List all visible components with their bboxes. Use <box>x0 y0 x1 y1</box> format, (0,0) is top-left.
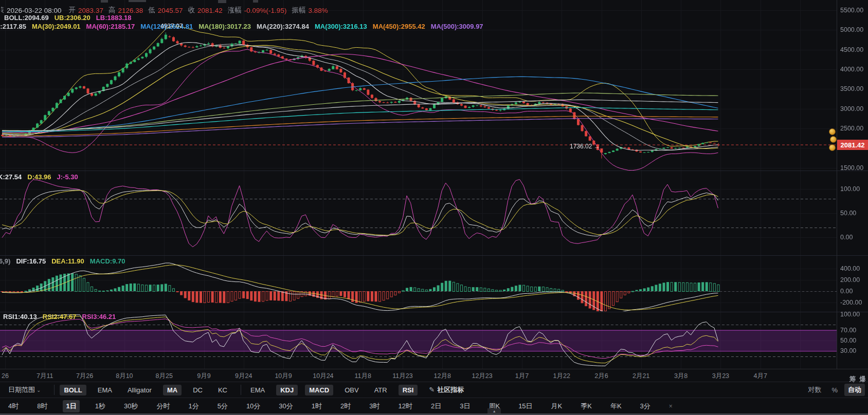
boll-value: LB:1883.18 <box>96 14 132 22</box>
indicator-button[interactable]: ATR <box>370 385 391 395</box>
ma-value: MA(450):2955.42 <box>373 23 425 30</box>
date-tick: 9月24 <box>235 371 252 380</box>
timeframe-bar: 4时8时1日1秒30秒分时1分5分10分30分1时2时3时12时2日3日周K15… <box>0 398 868 414</box>
chips-button[interactable]: 筹 <box>849 375 856 384</box>
axis-label: 4000.00 <box>840 66 863 73</box>
timeframe-button[interactable]: 分时 <box>153 400 173 412</box>
indicator-button[interactable]: RSI <box>399 385 418 395</box>
timeframe-button[interactable]: 4时 <box>5 400 22 412</box>
axis-label: 400.00 <box>840 265 860 272</box>
timeframe-button[interactable]: 30秒 <box>121 400 141 412</box>
ma-value: MA(500):3009.97 <box>431 23 483 30</box>
date-tick: 7月11 <box>37 371 53 380</box>
ma-value: MA(60):2185.17 <box>86 23 135 30</box>
scale-button[interactable]: % <box>828 385 841 395</box>
date-tick: 8月25 <box>156 371 173 380</box>
macd-readout: 6,9)DIF:16.75DEA:11.90MACD:9.70 <box>0 257 125 265</box>
coin-marker-icon[interactable] <box>829 128 836 135</box>
date-tick: 9月9 <box>197 371 210 380</box>
date-range-button[interactable]: 日期范围⌄ <box>8 384 45 396</box>
boll-value: BOLL:2094.69 <box>4 14 49 22</box>
coin-marker-icon[interactable] <box>830 136 837 143</box>
overlay-button[interactable]: MA <box>163 385 182 395</box>
timeframe-button[interactable]: 1秒 <box>92 400 109 412</box>
date-tick: 4月7 <box>753 371 767 380</box>
timeframe-button[interactable]: 月K <box>548 400 566 412</box>
timeframe-button[interactable]: 5分 <box>214 400 231 412</box>
cropped-toolbar-fragment <box>253 0 258 3</box>
timeframe-button[interactable]: 12时 <box>395 400 415 412</box>
macd-value: DEA:11.90 <box>51 257 84 265</box>
kdj-readout: K:27.54D:43.96J:-5.30 <box>0 173 78 181</box>
open-value: 2083.37 <box>78 7 103 14</box>
date-tick: 12月8 <box>434 371 451 380</box>
timeframe-button[interactable]: 2时 <box>337 400 354 412</box>
change-value: -0.09%(-1.95) <box>244 7 287 14</box>
scale-button[interactable]: 自动 <box>844 384 865 396</box>
sub-indicator-group: EMAKDJMACDOBVATRRSI <box>246 385 425 395</box>
axis-label: -200.00 <box>840 299 862 306</box>
indicator-toolbar: 日期范围⌄ BOLLEMAAlligatorMADCKC EMAKDJMACDO… <box>0 382 868 398</box>
indicator-button[interactable]: EMA <box>246 385 269 395</box>
axis-label: 50.00 <box>840 210 856 217</box>
last-price-label: 2081.42 <box>837 140 868 150</box>
rsi-value: RSI1:40.13 <box>3 313 37 320</box>
rsi-readout: RSI1:40.13RSI2:47.67RSI3:46.21 <box>3 313 116 320</box>
indicator-button[interactable]: MACD <box>305 385 333 395</box>
timeframe-button[interactable]: 季K <box>577 400 595 412</box>
overlay-button[interactable]: BOLL <box>60 385 86 395</box>
timeframe-button[interactable]: 年K <box>607 400 625 412</box>
timeframe-button[interactable]: 1分 <box>185 400 202 412</box>
overlay-button[interactable]: Alligator <box>123 385 156 395</box>
timeframe-button[interactable]: 1日 <box>63 400 79 412</box>
axis-label: 0.00 <box>840 288 853 295</box>
date-tick: 1月7 <box>515 371 529 380</box>
axis-label: 2500.00 <box>840 125 863 132</box>
timeframe-button[interactable]: 3时 <box>366 400 383 412</box>
timeframe-button[interactable]: 3日 <box>457 400 473 412</box>
low-value: 2045.57 <box>158 7 183 14</box>
date-tick: 11月23 <box>392 371 412 380</box>
cropped-toolbar-fragment <box>218 0 226 3</box>
date-tick: 10月24 <box>313 371 333 380</box>
overlay-button[interactable]: KC <box>214 385 231 395</box>
axis-label: 4500.00 <box>840 46 863 53</box>
timeframe-button[interactable]: 3分 <box>637 400 654 412</box>
cropped-toolbar-fragment <box>129 0 146 2</box>
overlay-button[interactable]: EMA <box>94 385 116 395</box>
timeframe-button[interactable]: × <box>666 401 676 411</box>
timeframe-button[interactable]: 10分 <box>243 400 263 412</box>
toolbar-divider <box>241 385 241 395</box>
scale-button[interactable]: 对数 <box>804 384 825 396</box>
axis-label: 1500.00 <box>840 164 863 172</box>
date-tick: 3月8 <box>674 371 688 380</box>
change-label: 涨幅 <box>228 6 242 15</box>
ma-value: MA(180):3017.23 <box>198 23 251 30</box>
timeframe-button[interactable]: 2日 <box>428 400 444 412</box>
date-tick: 2月6 <box>594 371 608 380</box>
coin-marker-icon[interactable] <box>829 144 836 151</box>
timeframe-button[interactable]: 8时 <box>34 400 50 412</box>
amplitude-value: 3.88% <box>308 7 328 14</box>
indicator-button[interactable]: KDJ <box>276 385 298 395</box>
macd-value: MACD:9.70 <box>90 257 125 265</box>
macd-value: 6,9) <box>0 257 10 265</box>
boll-readout: BOLL:2094.69UB:2306.20LB:1883.18 <box>4 14 131 22</box>
timeframe-button[interactable]: 30分 <box>276 400 296 412</box>
indicator-button[interactable]: OBV <box>340 385 363 395</box>
date-tick: 11月8 <box>354 371 371 380</box>
timeframe-button[interactable]: 1时 <box>309 400 325 412</box>
overlay-button[interactable]: DC <box>189 385 207 395</box>
bar-datetime: 2026-03-22 08:00 <box>7 7 62 14</box>
trading-chart-app: 策 2026-03-22 08:00 开2083.37 高2126.38 低20… <box>0 0 868 415</box>
low-label: 低 <box>148 6 155 15</box>
liquidation-button[interactable]: 爆 <box>860 375 866 384</box>
ma-value: ):2117.85 <box>0 23 26 30</box>
chart-canvas[interactable] <box>0 0 868 369</box>
timeframe-button[interactable]: 15日 <box>515 400 535 412</box>
axis-label: 100.00 <box>840 311 860 318</box>
axis-label: 200.00 <box>840 276 860 284</box>
ma-value: MA(30):2049.01 <box>32 23 81 30</box>
boll-value: UB:2306.20 <box>55 14 91 22</box>
community-indicator-button[interactable]: ✎社区指标 <box>425 384 468 396</box>
